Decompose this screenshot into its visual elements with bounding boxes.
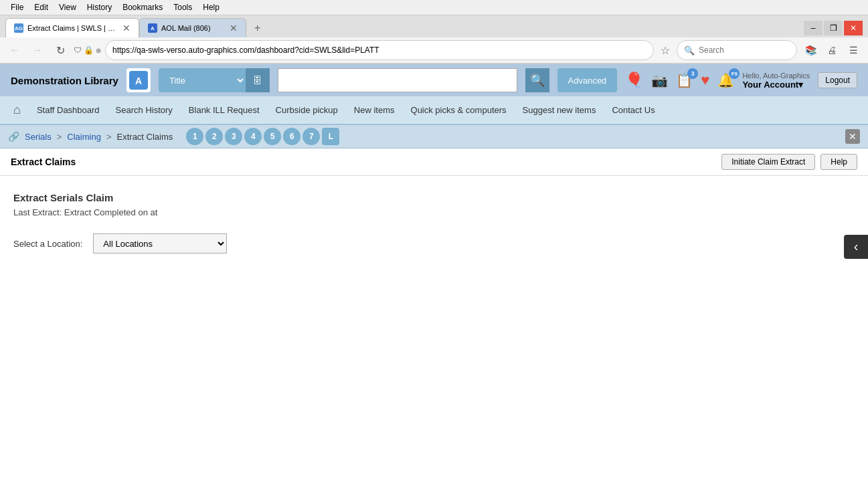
breadcrumb-sep-1: > xyxy=(57,132,62,142)
heart-icon: ♥ xyxy=(701,72,709,88)
page-actions: Initiate Claim Extract Help xyxy=(721,154,857,170)
tab-title-2: AOL Mail (806) xyxy=(161,24,226,32)
breadcrumb-bar: 🔗 Serials > Claiming > Extract Claims 1 … xyxy=(0,125,868,149)
window-minimize[interactable]: – xyxy=(804,21,822,35)
balloon-icon-wrap[interactable]: 🎈 xyxy=(625,72,643,89)
nav-refresh[interactable]: ↻ xyxy=(51,41,70,60)
nav-forward[interactable]: → xyxy=(28,41,47,60)
user-account-link[interactable]: Your Account▾ xyxy=(742,80,803,90)
search-go-button[interactable]: 🔍 xyxy=(525,68,549,92)
nav-new-items[interactable]: New items xyxy=(346,98,403,122)
menu-help[interactable]: Help xyxy=(197,1,225,13)
tab-title-1: Extract Claims | SWLS | platt | A... xyxy=(27,24,118,32)
tab-favicon-2: A xyxy=(148,23,157,33)
step-1[interactable]: 1 xyxy=(186,128,203,145)
advanced-button[interactable]: Advanced xyxy=(557,68,618,92)
initiate-claim-extract-button[interactable]: Initiate Claim Extract xyxy=(721,154,815,170)
bell-icon-wrap[interactable]: 🔔 F9 xyxy=(717,72,734,88)
new-tab-button[interactable]: + xyxy=(249,19,266,37)
search-type-dropdown[interactable]: Title Author Subject Keyword xyxy=(159,68,246,92)
nav-bar: ⌂ Staff Dashboard Search History Blank I… xyxy=(0,96,868,125)
breadcrumb-claiming[interactable]: Claiming xyxy=(67,132,101,142)
nav-back[interactable]: ← xyxy=(5,41,24,60)
step-6[interactable]: 6 xyxy=(283,128,300,145)
url-bar[interactable] xyxy=(105,40,654,60)
browser-search-icon: 🔍 xyxy=(684,45,695,56)
nav-blank-ill[interactable]: Blank ILL Request xyxy=(181,98,268,122)
tab-extract-claims[interactable]: AG Extract Claims | SWLS | platt | A... … xyxy=(5,18,139,37)
menu-file[interactable]: File xyxy=(5,1,29,13)
scroll-back-button[interactable]: ‹ xyxy=(844,235,868,259)
page-header: Extract Claims Initiate Claim Extract He… xyxy=(0,149,868,176)
tab-aol-mail[interactable]: A AOL Mail (806) ✕ xyxy=(139,18,246,37)
step-3[interactable]: 3 xyxy=(225,128,242,145)
search-input[interactable] xyxy=(278,68,517,92)
bookmarks-icon-btn[interactable]: 📚 xyxy=(801,41,820,60)
help-button[interactable]: Help xyxy=(820,154,857,170)
menu-bar: File Edit View History Bookmarks Tools H… xyxy=(0,0,868,15)
nav-curbside[interactable]: Curbside pickup xyxy=(268,98,346,122)
breadcrumb-current: Extract Claims xyxy=(117,132,173,142)
nav-home[interactable]: ⌂ xyxy=(5,96,29,124)
search-db-button[interactable]: 🗄 xyxy=(246,68,270,92)
breadcrumb-sep-2: > xyxy=(106,132,112,142)
url-icon: ⊕ xyxy=(96,47,101,54)
window-close[interactable]: ✕ xyxy=(844,21,863,35)
step-5[interactable]: 5 xyxy=(264,128,281,145)
balloon-icon: 🎈 xyxy=(625,72,643,88)
user-section: Hello, Auto-Graphics Your Account▾ xyxy=(742,72,810,90)
bell-badge: F9 xyxy=(729,68,740,79)
breadcrumb-close[interactable]: ✕ xyxy=(845,129,860,144)
heart-icon-wrap[interactable]: ♥ xyxy=(701,72,709,89)
logout-button[interactable]: Logout xyxy=(818,72,857,88)
breadcrumb-serials[interactable]: Serials xyxy=(25,132,52,142)
location-select[interactable]: All Locations Branch 1 Branch 2 Branch 3 xyxy=(93,233,227,254)
step-7[interactable]: 7 xyxy=(302,128,320,145)
menu-bookmarks[interactable]: Bookmarks xyxy=(117,1,168,13)
nav-search-history[interactable]: Search History xyxy=(108,98,181,122)
page-title: Extract Claims xyxy=(11,157,76,167)
print-icon-btn[interactable]: 🖨 xyxy=(822,41,841,60)
nav-staff-dashboard[interactable]: Staff Dashboard xyxy=(29,98,108,122)
nav-quick-picks[interactable]: Quick picks & computers xyxy=(403,98,515,122)
header-icons: 🎈 📷 📋 3 ♥ 🔔 F9 Hello, Auto-Graphics Your… xyxy=(625,72,857,90)
chevron-left-icon: ‹ xyxy=(854,239,859,254)
window-controls: – ❐ ✕ xyxy=(804,21,863,35)
lock-icon: 🔒 xyxy=(84,45,94,55)
menu-edit[interactable]: Edit xyxy=(29,1,54,13)
step-4[interactable]: 4 xyxy=(244,128,262,145)
menu-view[interactable]: View xyxy=(54,1,82,13)
page-body: Extract Serials Claim Last Extract: Extr… xyxy=(0,176,868,270)
list-badge: 3 xyxy=(687,68,698,79)
browser-search-bar[interactable]: 🔍 xyxy=(677,40,797,60)
location-label: Select a Location: xyxy=(13,239,82,249)
step-l[interactable]: L xyxy=(322,128,339,145)
tab-close-2[interactable]: ✕ xyxy=(230,23,238,33)
security-icons: 🛡 🔒 ⊕ xyxy=(74,45,101,55)
step-2[interactable]: 2 xyxy=(205,128,223,145)
tab-bar: AG Extract Claims | SWLS | platt | A... … xyxy=(0,15,868,37)
menu-history[interactable]: History xyxy=(82,1,117,13)
library-name: Demonstration Library xyxy=(11,75,118,86)
search-icon: 🔍 xyxy=(530,73,545,88)
svg-text:A: A xyxy=(135,76,142,86)
browser-search-input[interactable] xyxy=(699,45,786,55)
breadcrumb-icon: 🔗 xyxy=(8,131,19,142)
menu-icon-btn[interactable]: ☰ xyxy=(844,41,863,60)
camera-icon-wrap[interactable]: 📷 xyxy=(651,72,668,88)
tab-close-1[interactable]: ✕ xyxy=(122,23,131,33)
nav-suggest-new[interactable]: Suggest new items xyxy=(515,98,604,122)
list-icon-wrap[interactable]: 📋 3 xyxy=(676,72,693,88)
camera-icon: 📷 xyxy=(651,73,668,88)
menu-tools[interactable]: Tools xyxy=(168,1,197,13)
tab-favicon-1: AG xyxy=(14,23,23,33)
logo-icon: A xyxy=(126,68,151,92)
browser-icons-right: 📚 🖨 ☰ xyxy=(801,41,863,60)
db-icon: 🗄 xyxy=(253,76,262,86)
last-extract-text: Last Extract: Extract Completed on at xyxy=(13,207,855,217)
shield-icon: 🛡 xyxy=(74,45,82,55)
window-maximize[interactable]: ❐ xyxy=(824,21,843,35)
section-title: Extract Serials Claim xyxy=(13,192,855,203)
nav-contact-us[interactable]: Contact Us xyxy=(604,98,663,122)
bookmark-star[interactable]: ☆ xyxy=(658,41,673,60)
